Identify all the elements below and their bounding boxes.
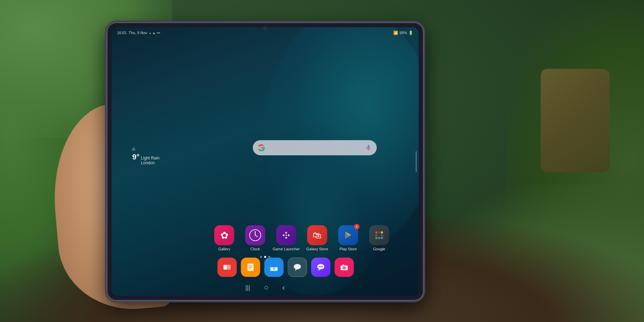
svg-point-4 [288, 234, 289, 236]
svg-point-14 [375, 234, 377, 236]
svg-point-11 [375, 237, 377, 239]
game-launcher-label: Game Launcher [273, 247, 300, 251]
weather-city: London [141, 160, 159, 165]
svg-point-9 [375, 231, 377, 233]
google-app-icon [369, 225, 389, 245]
tablet-body: 16:01 Thu, 9 Nov ⬥ ▲ ••• 📶 99% 🔋 //· 9° … [107, 22, 424, 301]
google-label: Google [373, 247, 385, 251]
battery-percent: 99% [399, 31, 407, 35]
svg-rect-21 [249, 267, 252, 268]
svg-rect-20 [249, 266, 252, 266]
galaxy-store-label: Galaxy Store [306, 247, 328, 251]
status-icons: ⬥ ▲ ••• [149, 31, 160, 35]
weather-widget: //· 9° Light Rain London [132, 147, 159, 165]
wifi-icon: 📶 [393, 31, 398, 35]
svg-line-2 [255, 235, 258, 237]
svg-text:9: 9 [273, 267, 275, 270]
play-store-svg [342, 229, 354, 241]
weather-rain-icon: //· [132, 147, 159, 152]
clock-svg [249, 229, 261, 241]
dock-item-messages[interactable] [288, 258, 307, 277]
back-button[interactable]: ‹ [282, 283, 285, 292]
beeper-icon [316, 262, 325, 272]
dock-item-teams[interactable] [217, 258, 237, 277]
wood-texture [541, 69, 610, 172]
google-app-svg [374, 230, 385, 241]
svg-point-32 [322, 266, 323, 268]
gallery-label: Gallery [218, 247, 230, 251]
search-bar[interactable] [253, 140, 377, 155]
app-galaxy-store[interactable]: 🛍 Galaxy Store [306, 225, 328, 251]
svg-point-10 [381, 231, 383, 233]
clock-label: Clock [250, 247, 260, 251]
svg-point-26 [294, 264, 301, 269]
galaxy-store-icon: 🛍 [307, 225, 327, 245]
svg-rect-17 [224, 265, 227, 270]
svg-point-5 [285, 232, 287, 233]
tablet-screen: 16:01 Thu, 9 Nov ⬥ ▲ ••• 📶 99% 🔋 //· 9° … [112, 27, 419, 296]
svg-rect-22 [249, 269, 251, 269]
status-left: 16:01 Thu, 9 Nov ⬥ ▲ ••• [117, 31, 160, 35]
messages-icon [292, 262, 302, 272]
gallery-icon: ✿ [214, 225, 234, 245]
google-logo [258, 144, 265, 152]
app-grid: ✿ Gallery Clock [210, 225, 393, 251]
svg-point-15 [381, 234, 383, 236]
svg-marker-27 [295, 269, 297, 271]
app-clock[interactable]: Clock [245, 225, 265, 251]
svg-point-16 [378, 237, 380, 239]
svg-rect-36 [342, 264, 344, 266]
files-icon [246, 262, 255, 272]
svg-point-31 [320, 266, 322, 268]
battery-icon: 🔋 [408, 31, 413, 35]
dock: 9 [217, 258, 354, 277]
app-game-launcher[interactable]: Game Launcher [273, 225, 300, 251]
clock-icon [245, 225, 265, 245]
scroll-indicator [416, 151, 417, 172]
svg-point-35 [343, 267, 345, 269]
home-button[interactable]: ○ [264, 283, 268, 292]
teams-icon [222, 262, 232, 272]
weather-description: Light Rain [141, 156, 159, 160]
calendar-icon: 9 [269, 262, 279, 272]
dock-item-calendar[interactable]: 9 [264, 258, 283, 277]
play-store-badge: 1 [354, 224, 360, 229]
dock-item-camera[interactable] [334, 258, 354, 277]
svg-point-12 [381, 237, 383, 239]
recents-button[interactable]: ||| [245, 284, 250, 291]
status-right: 📶 99% 🔋 [393, 31, 413, 35]
app-gallery[interactable]: ✿ Gallery [214, 225, 234, 251]
time: 16:01 [117, 31, 127, 35]
game-svg [280, 229, 292, 241]
svg-marker-29 [318, 269, 321, 271]
camera-icon [339, 262, 349, 272]
play-store-label: Play Store [340, 247, 357, 251]
tablet: 16:01 Thu, 9 Nov ⬥ ▲ ••• 📶 99% 🔋 //· 9° … [107, 22, 424, 301]
svg-point-13 [378, 231, 380, 233]
dock-item-beeper[interactable] [311, 258, 330, 277]
date: Thu, 9 Nov [129, 31, 147, 35]
navigation-bar: ||| ○ ‹ [245, 283, 285, 292]
svg-point-7 [285, 235, 287, 236]
svg-point-3 [283, 234, 284, 236]
play-store-icon: 1 [338, 225, 358, 245]
status-bar: 16:01 Thu, 9 Nov ⬥ ▲ ••• 📶 99% 🔋 [112, 27, 419, 38]
microphone-icon [365, 144, 372, 151]
app-play-store[interactable]: 1 Play Store [338, 225, 358, 251]
svg-point-6 [285, 237, 287, 239]
svg-rect-18 [227, 265, 231, 270]
svg-point-30 [319, 266, 320, 268]
app-google[interactable]: Google [369, 225, 389, 251]
weather-temperature: 9° [132, 153, 139, 162]
dock-item-files[interactable] [241, 258, 260, 277]
game-launcher-icon [276, 225, 296, 245]
